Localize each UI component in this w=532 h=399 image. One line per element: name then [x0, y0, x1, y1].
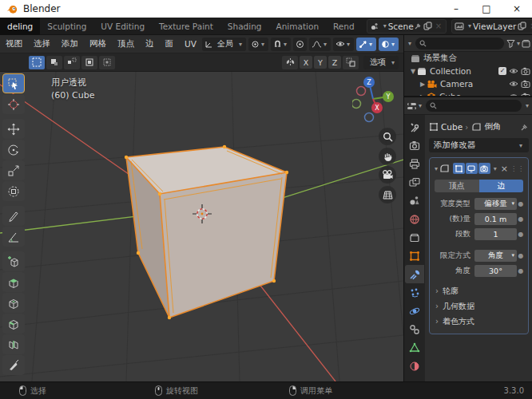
close-button[interactable]: ×: [502, 0, 532, 18]
animate-dot-icon[interactable]: ●: [517, 231, 525, 238]
tab-constraints[interactable]: [405, 320, 424, 338]
realtime-display-toggle[interactable]: [466, 163, 478, 174]
tab-modifiers[interactable]: [405, 265, 424, 283]
tab-physics[interactable]: [405, 302, 424, 320]
orientation-dropdown[interactable]: 全局 ▾: [202, 38, 246, 51]
viewport-3d[interactable]: 用户透视 (60) Cube: [0, 72, 403, 381]
tool-select-box[interactable]: [2, 73, 25, 93]
animate-dot-icon[interactable]: ●: [517, 267, 525, 275]
snap-toggle[interactable]: ▾: [271, 38, 291, 51]
pan-button[interactable]: [379, 148, 396, 165]
amount-value-field[interactable]: 0.1 m: [474, 213, 517, 225]
disclosure-triangle-icon[interactable]: ▶: [419, 81, 427, 88]
select-mode-tweak[interactable]: [29, 56, 45, 69]
visibility-dropdown[interactable]: ▾: [333, 38, 354, 51]
select-mode-edge[interactable]: [64, 56, 80, 69]
tab-render[interactable]: [405, 136, 424, 155]
menu-view[interactable]: 视图: [0, 38, 28, 49]
remove-modifier-icon[interactable]: ×: [501, 164, 508, 174]
tab-object[interactable]: [405, 247, 424, 265]
falloff-dropdown[interactable]: ▾: [309, 38, 331, 51]
mirror-toggle[interactable]: [282, 56, 298, 69]
animate-dot-icon[interactable]: ●: [517, 215, 525, 223]
workspace-tab-rendering[interactable]: Rend: [326, 18, 362, 35]
tab-particles[interactable]: [405, 283, 424, 302]
animate-dot-icon[interactable]: ●: [517, 252, 525, 259]
pin-icon[interactable]: [414, 22, 422, 30]
modifier-extras-chevron-icon[interactable]: ▾: [494, 165, 497, 172]
collapse-chevron-icon[interactable]: ▾: [435, 165, 438, 172]
hide-eye-icon[interactable]: [509, 80, 518, 88]
filter-icon[interactable]: [506, 39, 515, 48]
render-display-toggle[interactable]: [478, 163, 490, 174]
pin-icon[interactable]: [520, 123, 529, 132]
menu-add[interactable]: 添加: [56, 38, 84, 49]
overlays-toggle[interactable]: ▾: [379, 38, 399, 51]
tool-loop-cut[interactable]: [2, 334, 25, 354]
section-shading[interactable]: › 着色方式: [433, 314, 525, 329]
tab-output[interactable]: [405, 155, 424, 173]
tool-transform[interactable]: [2, 181, 25, 201]
outliner-row-collection[interactable]: ▼ Collection ✓: [404, 65, 532, 77]
tool-add-cube[interactable]: [2, 251, 25, 271]
proportional-editing-toggle[interactable]: [293, 38, 307, 51]
select-mode-island[interactable]: [99, 56, 115, 69]
maximize-button[interactable]: □: [471, 0, 502, 18]
tool-scale[interactable]: [2, 160, 25, 180]
scene-selector[interactable]: ▾ Scene ×: [367, 19, 447, 34]
properties-search-input[interactable]: [426, 100, 522, 112]
viewlayer-selector[interactable]: ▾ ViewLayer ×: [451, 19, 532, 34]
select-mode-face[interactable]: [81, 56, 97, 69]
new-scene-icon[interactable]: [423, 22, 432, 30]
gizmos-toggle[interactable]: ▾: [356, 38, 376, 51]
pivot-dropdown[interactable]: ▾: [248, 38, 268, 51]
workspace-tab-texture-paint[interactable]: Texture Paint: [152, 18, 220, 35]
menu-select[interactable]: 选择: [28, 38, 56, 49]
animate-dot-icon[interactable]: ●: [517, 200, 525, 207]
mirror-z-button[interactable]: Z: [328, 56, 341, 69]
add-modifier-button[interactable]: 添加修改器 ▾: [429, 138, 529, 152]
drag-handle-icon[interactable]: ⋮⋮: [510, 165, 525, 172]
affect-vertices-tab[interactable]: 顶点: [435, 180, 479, 192]
tab-object-data[interactable]: [405, 338, 424, 357]
unlink-scene-icon[interactable]: ×: [435, 22, 442, 30]
render-visibility-icon[interactable]: [521, 67, 530, 75]
minimize-button[interactable]: –: [441, 0, 471, 18]
affect-edges-tab[interactable]: 边: [479, 180, 524, 192]
limit-method-dropdown[interactable]: 角度▾: [474, 250, 517, 262]
section-profile[interactable]: › 轮廓: [433, 283, 525, 298]
menu-edge[interactable]: 边: [140, 38, 160, 49]
workspace-tab-uv-editing[interactable]: UV Editing: [93, 18, 152, 35]
tool-inset-faces[interactable]: [2, 293, 25, 313]
editor-type-chevron-icon[interactable]: ▾: [408, 40, 411, 47]
editmode-display-toggle[interactable]: [453, 163, 465, 174]
camera-view-button[interactable]: [379, 166, 396, 184]
menu-vertex[interactable]: 顶点: [112, 38, 140, 49]
mirror-x-button[interactable]: X: [300, 56, 312, 69]
tool-cursor[interactable]: [2, 94, 25, 114]
tool-knife[interactable]: [2, 355, 25, 375]
tool-bevel[interactable]: [2, 314, 25, 334]
tool-extrude-region[interactable]: [2, 272, 25, 292]
new-collection-icon[interactable]: [522, 39, 530, 48]
tab-tool[interactable]: [405, 118, 424, 136]
width-type-dropdown[interactable]: 偏移量▾: [474, 198, 517, 210]
new-viewlayer-icon[interactable]: [518, 22, 526, 30]
workspace-tab-shading[interactable]: Shading: [220, 18, 269, 35]
outliner-search-input[interactable]: [415, 38, 504, 49]
tab-world[interactable]: [405, 210, 424, 228]
tab-view-layer[interactable]: [405, 173, 424, 192]
zoom-button[interactable]: [379, 128, 396, 145]
menu-uv[interactable]: UV: [179, 39, 202, 49]
tab-collection[interactable]: [405, 228, 424, 247]
angle-value-field[interactable]: 30°: [474, 265, 517, 277]
outliner-row-camera[interactable]: ▶ Camera: [404, 77, 532, 90]
ortho-toggle-button[interactable]: [379, 186, 396, 203]
options-dropdown[interactable]: 选项 ▾: [363, 56, 399, 69]
tab-material[interactable]: [405, 357, 424, 375]
tool-rotate[interactable]: [2, 140, 25, 160]
breadcrumb-object[interactable]: Cube: [441, 122, 463, 132]
render-visibility-icon[interactable]: [521, 80, 530, 88]
workspace-tab-modeling[interactable]: deling: [0, 18, 40, 35]
tool-move[interactable]: [2, 119, 25, 139]
